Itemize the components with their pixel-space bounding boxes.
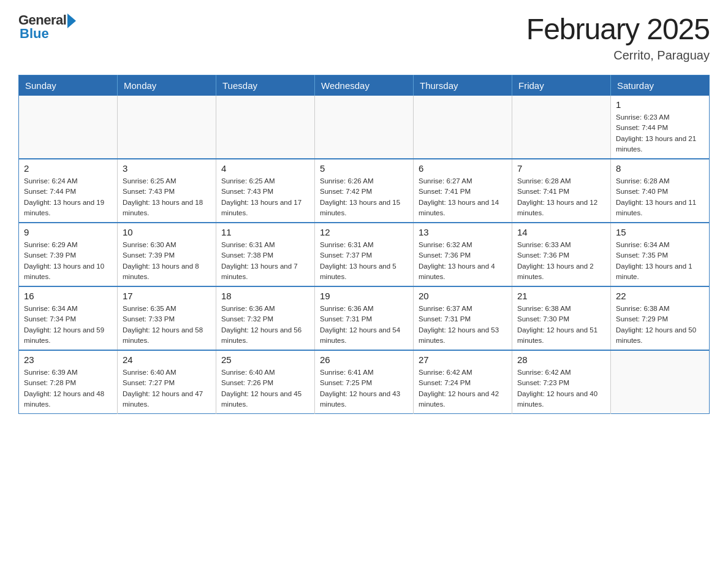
calendar-table: Sunday Monday Tuesday Wednesday Thursday… (18, 75, 710, 414)
day-info: Sunrise: 6:35 AM Sunset: 7:33 PM Dayligh… (123, 304, 211, 346)
day-number: 21 (517, 291, 605, 301)
calendar-header-row: Sunday Monday Tuesday Wednesday Thursday… (19, 75, 710, 96)
day-info: Sunrise: 6:37 AM Sunset: 7:31 PM Dayligh… (419, 304, 507, 346)
day-number: 22 (616, 291, 704, 301)
day-info: Sunrise: 6:31 AM Sunset: 7:38 PM Dayligh… (221, 240, 309, 282)
day-number: 9 (24, 227, 112, 237)
calendar-day-cell: 20Sunrise: 6:37 AM Sunset: 7:31 PM Dayli… (414, 286, 512, 350)
day-number: 2 (24, 163, 112, 174)
calendar-day-cell: 24Sunrise: 6:40 AM Sunset: 7:27 PM Dayli… (118, 350, 216, 414)
day-info: Sunrise: 6:38 AM Sunset: 7:29 PM Dayligh… (616, 304, 704, 346)
calendar-day-cell (216, 96, 315, 159)
day-info: Sunrise: 6:30 AM Sunset: 7:39 PM Dayligh… (123, 240, 211, 282)
logo: General Blue (18, 12, 76, 42)
day-number: 6 (419, 163, 507, 174)
day-info: Sunrise: 6:41 AM Sunset: 7:25 PM Dayligh… (320, 367, 408, 410)
calendar-week-row: 2Sunrise: 6:24 AM Sunset: 7:44 PM Daylig… (19, 159, 710, 223)
day-info: Sunrise: 6:36 AM Sunset: 7:32 PM Dayligh… (221, 304, 309, 346)
calendar-day-cell (19, 96, 118, 159)
day-number: 20 (419, 291, 507, 301)
day-info: Sunrise: 6:23 AM Sunset: 7:44 PM Dayligh… (616, 112, 704, 155)
calendar-day-cell: 12Sunrise: 6:31 AM Sunset: 7:37 PM Dayli… (315, 223, 414, 286)
day-number: 5 (320, 163, 408, 174)
calendar-day-cell: 4Sunrise: 6:25 AM Sunset: 7:43 PM Daylig… (216, 159, 315, 223)
calendar-day-cell: 11Sunrise: 6:31 AM Sunset: 7:38 PM Dayli… (216, 223, 315, 286)
calendar-day-cell: 5Sunrise: 6:26 AM Sunset: 7:42 PM Daylig… (315, 159, 414, 223)
day-info: Sunrise: 6:31 AM Sunset: 7:37 PM Dayligh… (320, 240, 408, 282)
day-info: Sunrise: 6:28 AM Sunset: 7:41 PM Dayligh… (517, 176, 605, 218)
logo-arrow-icon (67, 13, 76, 28)
day-number: 13 (419, 227, 507, 237)
day-number: 3 (123, 163, 211, 174)
day-info: Sunrise: 6:39 AM Sunset: 7:28 PM Dayligh… (24, 367, 112, 410)
calendar-day-cell: 8Sunrise: 6:28 AM Sunset: 7:40 PM Daylig… (611, 159, 710, 223)
calendar-day-cell (315, 96, 414, 159)
calendar-subtitle: Cerrito, Paraguay (526, 48, 710, 63)
calendar-day-cell: 28Sunrise: 6:42 AM Sunset: 7:23 PM Dayli… (512, 350, 611, 414)
calendar-day-cell: 15Sunrise: 6:34 AM Sunset: 7:35 PM Dayli… (611, 223, 710, 286)
day-info: Sunrise: 6:34 AM Sunset: 7:34 PM Dayligh… (24, 304, 112, 346)
calendar-day-cell: 1Sunrise: 6:23 AM Sunset: 7:44 PM Daylig… (611, 96, 710, 159)
calendar-day-cell: 3Sunrise: 6:25 AM Sunset: 7:43 PM Daylig… (118, 159, 216, 223)
calendar-day-cell: 21Sunrise: 6:38 AM Sunset: 7:30 PM Dayli… (512, 286, 611, 350)
calendar-week-row: 16Sunrise: 6:34 AM Sunset: 7:34 PM Dayli… (19, 286, 710, 350)
day-info: Sunrise: 6:25 AM Sunset: 7:43 PM Dayligh… (221, 176, 309, 218)
day-number: 8 (616, 163, 704, 174)
calendar-title: February 2025 (526, 12, 710, 46)
col-monday: Monday (118, 75, 216, 96)
title-section: February 2025 Cerrito, Paraguay (526, 12, 710, 63)
day-number: 12 (320, 227, 408, 237)
day-number: 25 (221, 354, 309, 365)
day-number: 18 (221, 291, 309, 301)
day-info: Sunrise: 6:42 AM Sunset: 7:23 PM Dayligh… (517, 367, 605, 410)
calendar-day-cell: 18Sunrise: 6:36 AM Sunset: 7:32 PM Dayli… (216, 286, 315, 350)
calendar-day-cell: 27Sunrise: 6:42 AM Sunset: 7:24 PM Dayli… (414, 350, 512, 414)
calendar-day-cell: 26Sunrise: 6:41 AM Sunset: 7:25 PM Dayli… (315, 350, 414, 414)
day-info: Sunrise: 6:34 AM Sunset: 7:35 PM Dayligh… (616, 240, 704, 282)
calendar-day-cell: 7Sunrise: 6:28 AM Sunset: 7:41 PM Daylig… (512, 159, 611, 223)
day-number: 4 (221, 163, 309, 174)
day-number: 27 (419, 354, 507, 365)
col-friday: Friday (512, 75, 611, 96)
calendar-day-cell: 22Sunrise: 6:38 AM Sunset: 7:29 PM Dayli… (611, 286, 710, 350)
col-wednesday: Wednesday (315, 75, 414, 96)
calendar-day-cell: 2Sunrise: 6:24 AM Sunset: 7:44 PM Daylig… (19, 159, 118, 223)
logo-blue-text: Blue (20, 26, 49, 42)
day-info: Sunrise: 6:38 AM Sunset: 7:30 PM Dayligh… (517, 304, 605, 346)
day-info: Sunrise: 6:33 AM Sunset: 7:36 PM Dayligh… (517, 240, 605, 282)
calendar-day-cell (512, 96, 611, 159)
day-info: Sunrise: 6:32 AM Sunset: 7:36 PM Dayligh… (419, 240, 507, 282)
day-info: Sunrise: 6:26 AM Sunset: 7:42 PM Dayligh… (320, 176, 408, 218)
calendar-day-cell (414, 96, 512, 159)
calendar-week-row: 9Sunrise: 6:29 AM Sunset: 7:39 PM Daylig… (19, 223, 710, 286)
day-info: Sunrise: 6:28 AM Sunset: 7:40 PM Dayligh… (616, 176, 704, 218)
calendar-day-cell (611, 350, 710, 414)
col-sunday: Sunday (19, 75, 118, 96)
calendar-day-cell: 16Sunrise: 6:34 AM Sunset: 7:34 PM Dayli… (19, 286, 118, 350)
day-info: Sunrise: 6:27 AM Sunset: 7:41 PM Dayligh… (419, 176, 507, 218)
day-number: 17 (123, 291, 211, 301)
day-number: 7 (517, 163, 605, 174)
col-thursday: Thursday (414, 75, 512, 96)
day-number: 1 (616, 99, 704, 110)
day-number: 26 (320, 354, 408, 365)
day-info: Sunrise: 6:24 AM Sunset: 7:44 PM Dayligh… (24, 176, 112, 218)
day-number: 15 (616, 227, 704, 237)
day-number: 19 (320, 291, 408, 301)
col-tuesday: Tuesday (216, 75, 315, 96)
day-number: 28 (517, 354, 605, 365)
day-info: Sunrise: 6:25 AM Sunset: 7:43 PM Dayligh… (123, 176, 211, 218)
day-number: 16 (24, 291, 112, 301)
calendar-day-cell: 13Sunrise: 6:32 AM Sunset: 7:36 PM Dayli… (414, 223, 512, 286)
day-number: 24 (123, 354, 211, 365)
col-saturday: Saturday (611, 75, 710, 96)
calendar-day-cell: 19Sunrise: 6:36 AM Sunset: 7:31 PM Dayli… (315, 286, 414, 350)
day-number: 23 (24, 354, 112, 365)
calendar-day-cell: 14Sunrise: 6:33 AM Sunset: 7:36 PM Dayli… (512, 223, 611, 286)
calendar-week-row: 1Sunrise: 6:23 AM Sunset: 7:44 PM Daylig… (19, 96, 710, 159)
day-number: 11 (221, 227, 309, 237)
day-info: Sunrise: 6:40 AM Sunset: 7:27 PM Dayligh… (123, 367, 211, 410)
calendar-day-cell: 23Sunrise: 6:39 AM Sunset: 7:28 PM Dayli… (19, 350, 118, 414)
calendar-day-cell: 25Sunrise: 6:40 AM Sunset: 7:26 PM Dayli… (216, 350, 315, 414)
day-info: Sunrise: 6:40 AM Sunset: 7:26 PM Dayligh… (221, 367, 309, 410)
